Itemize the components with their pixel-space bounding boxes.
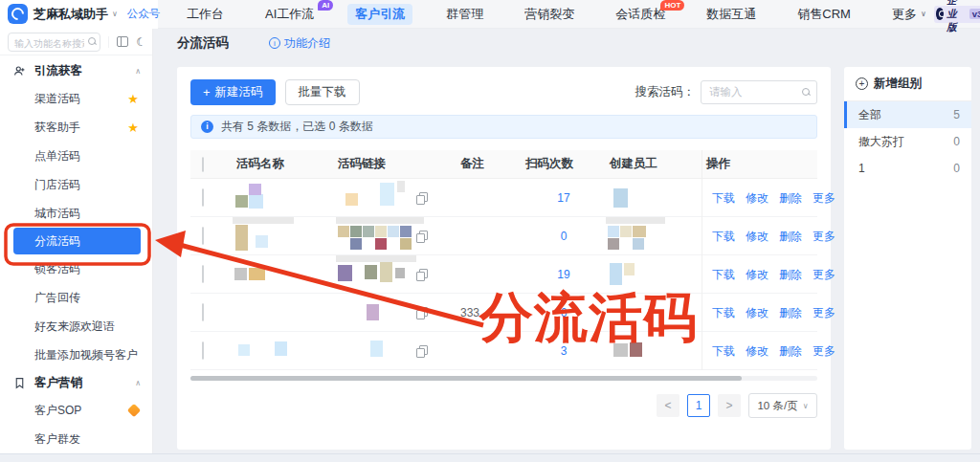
- copy-icon[interactable]: [416, 307, 428, 319]
- page-size-select[interactable]: 10 条/页 ∨: [748, 393, 817, 418]
- link-cell: [334, 217, 457, 255]
- chevron-down-icon[interactable]: ∨: [112, 10, 118, 18]
- next-page-button[interactable]: >: [718, 394, 741, 417]
- action-edit[interactable]: 修改: [746, 229, 768, 245]
- feature-intro-link[interactable]: 功能介绍: [269, 35, 330, 52]
- column-header-0: 活码名称: [233, 156, 334, 172]
- sidebar-item-0-4[interactable]: 城市活码: [0, 199, 152, 228]
- sidebar-item-0-2[interactable]: 点单活码: [0, 142, 152, 170]
- sidebar-item-1-1[interactable]: 客户群发: [0, 425, 152, 453]
- row-checkbox[interactable]: [202, 265, 204, 283]
- hot-badge: HOT: [660, 0, 684, 11]
- nav-item-2[interactable]: 客户引流: [347, 4, 412, 25]
- nav-item-7[interactable]: 销售CRM: [790, 4, 858, 25]
- redacted-link: [334, 294, 457, 332]
- sidebar-item-0-5[interactable]: 分流活码: [13, 228, 141, 254]
- link-cell: [334, 294, 457, 332]
- sidebar-section-0[interactable]: 引流获客∧: [0, 57, 152, 84]
- sidebar-item-0-0[interactable]: 渠道活码★: [0, 84, 152, 113]
- action-more[interactable]: 更多: [813, 343, 835, 360]
- action-edit[interactable]: 修改: [746, 305, 768, 321]
- function-search-input-wrap: [8, 33, 100, 52]
- nav-item-0[interactable]: 工作台: [179, 4, 232, 25]
- dark-mode-icon[interactable]: ☾: [136, 36, 146, 48]
- top-nav: 工作台AI工作流AI客户引流群管理营销裂变会话质检HOT数据互通销售CRM更多∨: [158, 0, 934, 29]
- row-checkbox[interactable]: [202, 188, 204, 207]
- collapse-panel-icon[interactable]: [117, 36, 128, 47]
- sidebar-item-label: 批量添加视频号客户: [34, 347, 139, 363]
- copy-icon[interactable]: [416, 269, 428, 281]
- sidebar-item-0-6[interactable]: 锁客活码: [0, 254, 152, 283]
- table-row: 19下载修改删除更多: [190, 255, 817, 294]
- action-more[interactable]: 更多: [813, 267, 835, 283]
- nav-item-label: 群管理: [446, 6, 483, 23]
- select-all-checkbox[interactable]: [202, 157, 204, 172]
- column-header-2: 备注: [457, 156, 522, 172]
- scrollbar-thumb[interactable]: [190, 376, 742, 381]
- action-delete[interactable]: 删除: [779, 305, 802, 321]
- action-delete[interactable]: 删除: [779, 343, 802, 360]
- redacted-name-cell: [233, 179, 334, 217]
- sidebar-item-0-8[interactable]: 好友来源欢迎语: [0, 312, 152, 341]
- sidebar-item-label: 渠道活码: [34, 91, 123, 107]
- sidebar-section-1[interactable]: 客户营销∧: [0, 369, 152, 396]
- copy-icon[interactable]: [416, 345, 428, 358]
- redacted-link: [334, 217, 457, 255]
- action-download[interactable]: 下载: [712, 305, 735, 321]
- nav-item-4[interactable]: 营销裂变: [517, 4, 582, 25]
- copy-icon[interactable]: [416, 192, 428, 205]
- nav-item-5[interactable]: 会话质检HOT: [608, 4, 673, 25]
- sidebar-section-title: 客户营销: [34, 375, 135, 391]
- group-list: 全部5撒大苏打010: [844, 101, 971, 182]
- row-checkbox[interactable]: [202, 227, 204, 245]
- group-item-2[interactable]: 10: [844, 155, 971, 182]
- action-delete[interactable]: 删除: [779, 190, 802, 207]
- nav-item-label: AI工作流: [265, 6, 314, 23]
- action-download[interactable]: 下载: [712, 267, 735, 283]
- new-code-button[interactable]: + 新建活码: [190, 79, 276, 105]
- redacted-name-cell: [233, 294, 334, 332]
- sidebar-item-0-3[interactable]: 门店活码: [0, 170, 152, 199]
- batch-download-button[interactable]: 批量下载: [285, 79, 360, 105]
- sidebar-item-0-7[interactable]: 广告回传: [0, 283, 152, 312]
- action-download[interactable]: 下载: [712, 343, 735, 360]
- nav-item-1[interactable]: AI工作流AI: [257, 4, 322, 25]
- action-delete[interactable]: 删除: [779, 229, 802, 245]
- group-item-1[interactable]: 撒大苏打0: [844, 128, 971, 155]
- action-edit[interactable]: 修改: [746, 267, 768, 283]
- sidebar-item-0-1[interactable]: 获客助手★: [0, 113, 152, 142]
- bookmark-icon: [13, 376, 27, 389]
- action-more[interactable]: 更多: [813, 305, 835, 321]
- group-item-0[interactable]: 全部5: [844, 101, 971, 128]
- copy-icon[interactable]: [416, 231, 428, 243]
- nav-item-3[interactable]: 群管理: [438, 4, 491, 25]
- action-download[interactable]: 下载: [712, 229, 735, 245]
- sidebar-search-row: ☾: [0, 29, 152, 55]
- action-download[interactable]: 下载: [712, 190, 735, 207]
- nav-item-8[interactable]: 更多∨: [884, 4, 934, 25]
- sidebar-item-label: 点单活码: [34, 148, 139, 165]
- current-page-button[interactable]: 1: [687, 394, 710, 417]
- action-edit[interactable]: 修改: [746, 343, 768, 360]
- action-more[interactable]: 更多: [813, 190, 835, 207]
- action-delete[interactable]: 删除: [779, 267, 802, 283]
- action-edit[interactable]: 修改: [746, 190, 768, 207]
- row-checkbox[interactable]: [202, 303, 204, 321]
- toolbar: + 新建活码 批量下载 搜索活码：: [190, 78, 817, 105]
- remark-cell: 333: [457, 306, 522, 319]
- nav-item-label: 工作台: [187, 6, 224, 23]
- app-logo-icon: [8, 4, 28, 24]
- info-icon: [201, 121, 213, 133]
- app-title: 芝麻私域助手: [33, 6, 108, 23]
- sidebar-item-0-9[interactable]: 批量添加视频号客户: [0, 341, 152, 369]
- nav-item-6[interactable]: 数据互通: [699, 4, 764, 25]
- row-checkbox[interactable]: [202, 341, 204, 360]
- prev-page-button[interactable]: <: [657, 394, 679, 417]
- sidebar-item-1-0[interactable]: 客户SOP: [0, 396, 152, 425]
- official-account-link[interactable]: 公众号: [127, 7, 161, 21]
- action-more[interactable]: 更多: [813, 229, 835, 245]
- code-search-input[interactable]: [702, 81, 816, 103]
- function-search-input[interactable]: [9, 34, 100, 52]
- redacted-creator-cell: [606, 294, 702, 332]
- add-group-button[interactable]: 新增组别: [844, 67, 971, 101]
